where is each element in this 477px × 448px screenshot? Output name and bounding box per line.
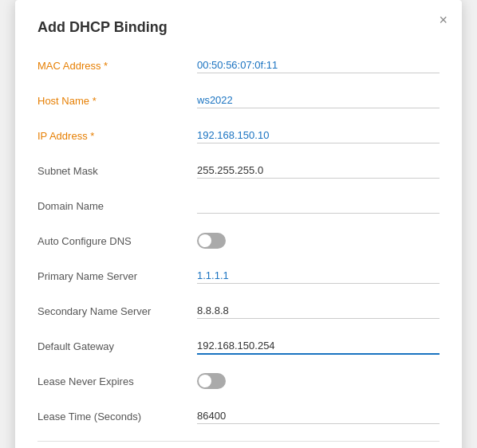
label-ip-address: IP Address xyxy=(37,130,197,142)
label-secondary-name-server: Secondary Name Server xyxy=(37,305,197,317)
toggle-switch-lease-never-expires[interactable] xyxy=(197,373,226,389)
row-default-gateway: Default Gateway xyxy=(37,332,440,360)
label-auto-configure-dns: Auto Configure DNS xyxy=(37,235,197,247)
row-host-name: Host Name xyxy=(37,87,440,114)
row-lease-never-expires: Lease Never Expires xyxy=(37,367,440,395)
row-ip-address: IP Address xyxy=(37,122,440,149)
input-host-name[interactable] xyxy=(197,92,440,108)
input-default-gateway[interactable] xyxy=(197,338,440,355)
close-button[interactable]: × xyxy=(439,13,447,27)
input-secondary-name-server[interactable] xyxy=(197,303,440,319)
label-default-gateway: Default Gateway xyxy=(37,340,197,352)
label-mac-address: MAC Address xyxy=(37,60,197,72)
row-subnet-mask: Subnet Mask xyxy=(37,157,440,184)
empty-field-domain-name xyxy=(197,198,440,214)
row-secondary-name-server: Secondary Name Server xyxy=(37,297,440,324)
row-domain-name: Domain Name xyxy=(37,192,440,219)
row-lease-time: Lease Time (Seconds) xyxy=(37,403,440,430)
label-subnet-mask: Subnet Mask xyxy=(37,165,197,177)
label-lease-time: Lease Time (Seconds) xyxy=(37,411,197,422)
input-mac-address[interactable] xyxy=(197,57,440,73)
input-ip-address[interactable] xyxy=(197,128,440,143)
input-subnet-mask[interactable] xyxy=(197,163,440,179)
toggle-lease-never-expires[interactable] xyxy=(197,373,226,389)
row-auto-configure-dns: Auto Configure DNS xyxy=(37,227,440,254)
toggle-switch-auto-configure-dns[interactable] xyxy=(197,233,226,249)
label-lease-never-expires: Lease Never Expires xyxy=(37,375,197,387)
add-dhcp-binding-dialog: Add DHCP Binding × MAC AddressHost NameI… xyxy=(15,0,462,448)
label-primary-name-server: Primary Name Server xyxy=(37,270,197,282)
toggle-auto-configure-dns[interactable] xyxy=(197,233,226,249)
row-primary-name-server: Primary Name Server xyxy=(37,262,440,289)
input-primary-name-server[interactable] xyxy=(197,268,440,284)
dialog-title: Add DHCP Binding xyxy=(37,19,440,36)
divider xyxy=(37,441,440,442)
label-domain-name: Domain Name xyxy=(37,200,197,212)
row-mac-address: MAC Address xyxy=(37,52,440,79)
input-lease-time[interactable] xyxy=(197,408,440,424)
label-host-name: Host Name xyxy=(37,95,197,107)
